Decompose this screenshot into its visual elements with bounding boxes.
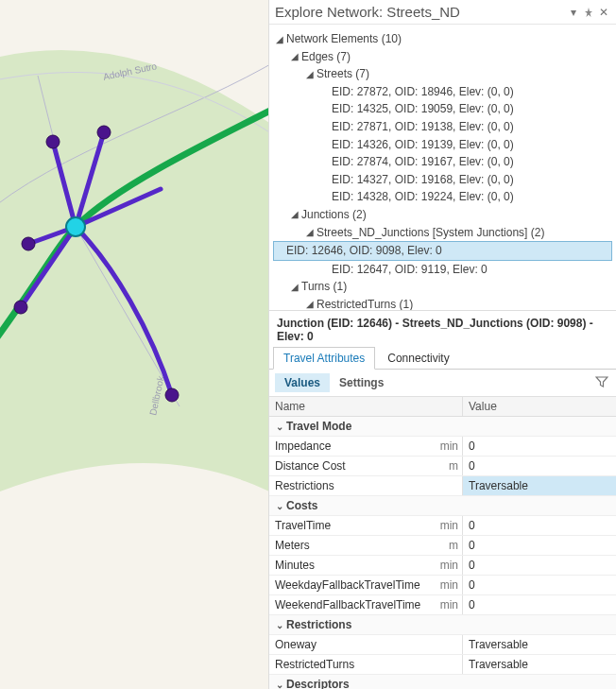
attr-value: 0	[462, 437, 616, 456]
panel-title: Explore Network: Streets_ND	[275, 4, 565, 20]
tab-connectivity[interactable]: Connectivity	[377, 347, 459, 369]
attribute-row[interactable]: TravelTimemin0	[269, 516, 616, 536]
attr-value: 0	[462, 556, 616, 575]
attribute-row[interactable]: Metersm0	[269, 536, 616, 556]
attribute-row[interactable]: Distance Costm0	[269, 456, 616, 476]
network-elements-tree[interactable]: ◢Network Elements (10) ◢Edges (7) ◢Stree…	[269, 25, 616, 310]
tree-turns[interactable]: ◢Turns (1)	[273, 278, 612, 296]
attr-name: RestrictedTurns	[269, 655, 430, 674]
tree-junctions[interactable]: ◢Junctions (2)	[273, 206, 612, 224]
svg-point-4	[14, 301, 27, 314]
filter-icon[interactable]	[595, 375, 610, 390]
svg-point-2	[97, 126, 111, 139]
group-label: Descriptors	[286, 678, 350, 689]
attr-value: 0	[462, 595, 616, 614]
attr-name: WeekendFallbackTravelTime	[269, 595, 430, 614]
detail-tabs: Travel Attributes Connectivity	[269, 347, 616, 370]
group-label: Restrictions	[286, 618, 351, 631]
tree-edges[interactable]: ◢Edges (7)	[273, 48, 612, 66]
attr-unit	[430, 655, 462, 674]
grid-body[interactable]: ⌄Travel ModeImpedancemin0Distance Costm0…	[269, 417, 616, 689]
attr-unit: min	[430, 437, 462, 456]
attr-name: WeekdayFallbackTravelTime	[269, 576, 430, 594]
attr-value: 0	[462, 516, 616, 535]
tree-streets[interactable]: ◢Streets (7)	[273, 65, 612, 83]
pin-icon[interactable]	[582, 6, 595, 19]
tree-leaf-selected[interactable]: EID: 12646, OID: 9098, Elev: 0	[273, 241, 612, 261]
tree-leaf[interactable]: EID: 12647, OID: 9119, Elev: 0	[273, 261, 612, 279]
attr-value: 0	[462, 576, 616, 594]
map-svg: Adolph Sutro Dellbrook	[0, 0, 269, 689]
tree-leaf[interactable]: EID: 27874, OID: 19167, Elev: (0, 0)	[273, 153, 612, 171]
grid-header: Name Value	[269, 397, 616, 417]
attribute-row[interactable]: WeekendFallbackTravelTimemin0	[269, 595, 616, 615]
tree-restricted-turns[interactable]: ◢RestrictedTurns (1)	[273, 296, 612, 311]
attr-name: Meters	[269, 536, 430, 555]
tab-travel-attributes[interactable]: Travel Attributes	[273, 347, 375, 370]
attribute-row[interactable]: OnewayTraversable	[269, 635, 616, 655]
group-label: Travel Mode	[286, 420, 351, 433]
close-icon[interactable]: ✕	[597, 6, 610, 19]
attr-name: Restrictions	[269, 476, 430, 495]
tree-leaf[interactable]: EID: 14327, OID: 19168, Elev: (0, 0)	[273, 171, 612, 189]
group-label: Costs	[286, 499, 317, 512]
chevron-down-icon[interactable]: ⌄	[273, 422, 286, 432]
attr-value: 0	[462, 536, 616, 555]
attr-unit	[430, 635, 462, 654]
caret-down-icon[interactable]: ◢	[290, 207, 299, 222]
subtab-values[interactable]: Values	[275, 373, 330, 392]
caret-down-icon[interactable]: ◢	[305, 297, 315, 310]
attr-name: Oneway	[269, 635, 430, 654]
svg-point-5	[165, 388, 179, 402]
attr-unit: m	[430, 456, 462, 475]
tree-leaf[interactable]: EID: 14328, OID: 19224, Elev: (0, 0)	[273, 188, 612, 206]
attr-value: Traversable	[462, 655, 616, 674]
attr-value: Traversable	[462, 635, 616, 654]
attr-unit: min	[430, 516, 462, 535]
caret-down-icon[interactable]: ◢	[275, 32, 284, 47]
grid-head-value: Value	[462, 397, 616, 416]
chevron-down-icon[interactable]: ⌄	[273, 501, 286, 511]
tree-leaf[interactable]: EID: 27871, OID: 19138, Elev: (0, 0)	[273, 118, 612, 136]
svg-point-1	[46, 135, 60, 148]
dropdown-icon[interactable]: ▾	[567, 6, 580, 19]
group-row[interactable]: ⌄Restrictions	[269, 615, 616, 635]
tree-leaf[interactable]: EID: 14326, OID: 19139, Elev: (0, 0)	[273, 136, 612, 154]
tree-root[interactable]: ◢Network Elements (10)	[273, 30, 612, 48]
tree-leaf[interactable]: EID: 14325, OID: 19059, Elev: (0, 0)	[273, 100, 612, 118]
attr-value: Traversable	[462, 476, 616, 495]
group-row[interactable]: ⌄Travel Mode	[269, 417, 616, 437]
group-row[interactable]: ⌄Costs	[269, 496, 616, 516]
caret-down-icon[interactable]: ◢	[290, 280, 299, 295]
caret-down-icon[interactable]: ◢	[290, 49, 299, 64]
group-row[interactable]: ⌄Descriptors	[269, 675, 616, 689]
svg-point-3	[22, 237, 35, 250]
attr-name: Distance Cost	[269, 456, 430, 475]
selected-junction-node[interactable]	[66, 217, 85, 236]
attribute-row[interactable]: RestrictedTurnsTraversable	[269, 655, 616, 675]
attribute-row[interactable]: Impedancemin0	[269, 437, 616, 456]
subtabs: Values Settings	[269, 370, 616, 397]
attr-unit: m	[430, 536, 462, 555]
attr-value: 0	[462, 456, 616, 475]
attr-name: TravelTime	[269, 516, 430, 535]
subtab-settings[interactable]: Settings	[330, 373, 393, 392]
attribute-row[interactable]: RestrictionsTraversable	[269, 476, 616, 496]
tree-leaf[interactable]: EID: 27872, OID: 18946, Elev: (0, 0)	[273, 83, 612, 101]
attr-unit	[430, 476, 462, 495]
attr-name: Impedance	[269, 437, 430, 456]
panel-header: Explore Network: Streets_ND ▾ ✕	[269, 0, 616, 25]
attr-unit: min	[430, 576, 462, 594]
attribute-row[interactable]: Minutesmin0	[269, 556, 616, 576]
chevron-down-icon[interactable]: ⌄	[273, 680, 286, 689]
detail-header: Junction (EID: 12646) - Streets_ND_Junct…	[269, 310, 616, 347]
grid-head-name: Name	[269, 397, 430, 416]
tree-sys-junctions[interactable]: ◢Streets_ND_Junctions [System Junctions]…	[273, 224, 612, 242]
attr-unit: min	[430, 556, 462, 575]
caret-down-icon[interactable]: ◢	[305, 67, 315, 82]
attr-unit: min	[430, 595, 462, 614]
chevron-down-icon[interactable]: ⌄	[273, 620, 286, 630]
caret-down-icon[interactable]: ◢	[305, 225, 315, 240]
attribute-row[interactable]: WeekdayFallbackTravelTimemin0	[269, 576, 616, 595]
map-viewport[interactable]: Adolph Sutro Dellbrook	[0, 0, 269, 689]
